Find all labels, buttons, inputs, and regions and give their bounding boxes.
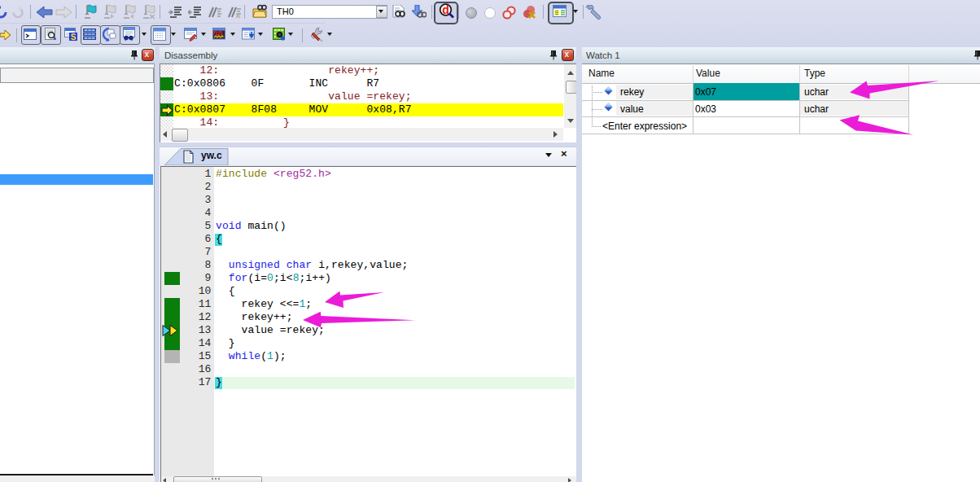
svg-text:d: d <box>442 3 449 16</box>
svg-text:S: S <box>71 33 77 42</box>
